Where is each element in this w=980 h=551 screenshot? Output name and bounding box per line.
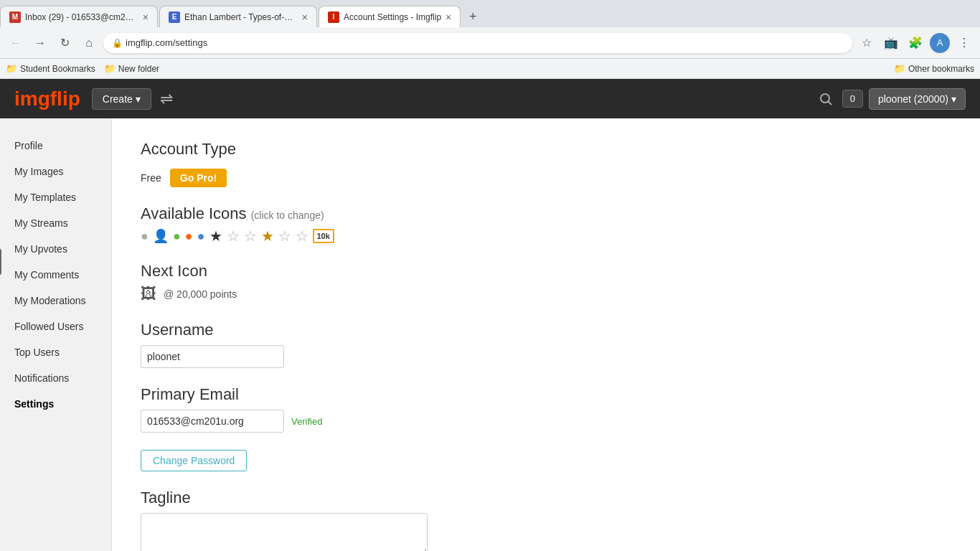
bookmark-new-folder-label: New folder xyxy=(118,64,159,74)
logo-flip: flip xyxy=(50,88,80,110)
next-icon-symbol: 🖼 xyxy=(141,285,156,303)
bookmarks-bar: 📁 Student Bookmarks 📁 New folder 📁 Other… xyxy=(0,59,980,79)
icon-star-empty-3[interactable]: ☆ xyxy=(278,227,291,245)
icon-star-empty-1[interactable]: ☆ xyxy=(227,227,240,245)
icon-star-orange[interactable]: ★ xyxy=(261,227,274,245)
home-button[interactable]: ⌂ xyxy=(79,33,99,53)
cast-button[interactable]: 📺 xyxy=(881,33,901,53)
sidebar-item-my-comments[interactable]: My Comments xyxy=(0,262,111,288)
logo-img: img xyxy=(14,88,50,110)
tab-ethan-close[interactable]: × xyxy=(302,11,308,23)
back-button[interactable]: ← xyxy=(6,33,26,53)
icon-star-empty-2[interactable]: ☆ xyxy=(244,227,257,245)
icon-gray-circle[interactable]: ● xyxy=(141,229,149,244)
email-title: Primary Email xyxy=(141,385,951,404)
email-row: Verified xyxy=(141,410,951,433)
icon-blue-circle[interactable]: ● xyxy=(197,229,205,244)
account-type-row: Free Go Pro! xyxy=(141,169,951,187)
tab-imgflip-title: Account Settings - Imgflip xyxy=(344,12,441,22)
menu-button[interactable]: ⋮ xyxy=(954,33,974,53)
next-icon-row: 🖼 @ 20,000 points xyxy=(141,285,951,303)
main-content: Account Type Free Go Pro! Available Icon… xyxy=(111,118,980,551)
folder-icon-other: 📁 xyxy=(894,63,905,74)
tab-gmail-close[interactable]: × xyxy=(143,11,149,23)
available-icons-section: Available Icons (click to change) ● 👤 ● … xyxy=(141,204,951,245)
sidebar-item-my-upvotes[interactable]: My Upvotes xyxy=(0,236,111,262)
next-icon-title: Next Icon xyxy=(141,262,951,281)
page-wrapper: imgflip Create ▾ ⇌ 0 ploonet (20000) ▾ P… xyxy=(0,79,980,551)
tagline-title: Tagline xyxy=(141,489,951,507)
bookmark-student-label: Student Bookmarks xyxy=(20,64,95,74)
tab-gmail-title: Inbox (29) - 016533@cm201u... xyxy=(25,12,138,22)
sidebar-item-top-users[interactable]: Top Users xyxy=(0,339,111,365)
bookmark-other-label: Other bookmarks xyxy=(908,64,974,74)
icon-orange-circle[interactable]: ● xyxy=(185,229,193,244)
change-password-button[interactable]: Change Password xyxy=(141,450,247,471)
sidebar-item-profile[interactable]: Profile xyxy=(0,133,111,159)
bookmark-other[interactable]: 📁 Other bookmarks xyxy=(894,63,974,74)
icon-star-empty-4[interactable]: ☆ xyxy=(296,227,308,245)
url-input[interactable]: 🔒 imgflip.com/settings xyxy=(103,33,852,53)
next-icon-section: Next Icon 🖼 @ 20,000 points xyxy=(141,262,951,303)
feedback-tab[interactable]: Feedback xyxy=(0,248,1,276)
sidebar-item-notifications[interactable]: Notifications xyxy=(0,365,111,391)
svg-line-1 xyxy=(828,101,831,105)
folder-icon-student: 📁 xyxy=(6,63,17,74)
email-section: Primary Email Verified xyxy=(141,385,951,433)
sidebar-item-my-streams[interactable]: My Streams xyxy=(0,210,111,236)
url-text: imgflip.com/settings xyxy=(126,37,207,48)
sidebar: Profile My Images My Templates My Stream… xyxy=(0,118,111,551)
site-logo[interactable]: imgflip xyxy=(14,88,80,110)
available-icons-title: Available Icons (click to change) xyxy=(141,204,951,223)
svg-point-0 xyxy=(821,94,829,103)
browser-tabs: M Inbox (29) - 016533@cm201u... × E Etha… xyxy=(0,0,980,27)
forward-button[interactable]: → xyxy=(30,33,50,53)
tab-imgflip-close[interactable]: × xyxy=(446,11,451,23)
content-area: Profile My Images My Templates My Stream… xyxy=(0,118,980,551)
new-tab-button[interactable]: + xyxy=(462,6,484,27)
tab-imgflip[interactable]: I Account Settings - Imgflip × xyxy=(319,6,461,27)
gmail-favicon: M xyxy=(9,11,21,23)
email-input[interactable] xyxy=(141,410,284,433)
username-input[interactable] xyxy=(141,345,284,368)
create-chevron-icon: ▾ xyxy=(136,93,141,105)
search-button[interactable] xyxy=(815,88,837,110)
user-menu-button[interactable]: ploonet (20000) ▾ xyxy=(869,88,966,110)
next-icon-points: @ 20,000 points xyxy=(164,288,237,300)
address-bar: ← → ↻ ⌂ 🔒 imgflip.com/settings ☆ 📺 🧩 A ⋮ xyxy=(0,27,980,59)
folder-icon-new: 📁 xyxy=(104,63,116,74)
ethan-favicon: E xyxy=(169,11,180,23)
icon-green-circle[interactable]: ● xyxy=(173,229,181,244)
tagline-input[interactable] xyxy=(141,513,428,551)
username-section: Username xyxy=(141,321,951,368)
icon-star-black[interactable]: ★ xyxy=(209,227,222,245)
sidebar-item-settings[interactable]: Settings xyxy=(0,391,111,417)
sidebar-item-followed-users[interactable]: Followed Users xyxy=(0,314,111,339)
create-button[interactable]: Create ▾ xyxy=(92,88,151,110)
tab-ethan[interactable]: E Ethan Lambert - Types-of-Confli... × xyxy=(159,6,317,27)
available-icons-sub: (click to change) xyxy=(251,209,324,221)
sidebar-item-my-templates[interactable]: My Templates xyxy=(0,184,111,210)
tab-ethan-title: Ethan Lambert - Types-of-Confli... xyxy=(184,12,298,22)
user-chevron-icon: ▾ xyxy=(951,93,956,105)
browser-chrome: M Inbox (29) - 016533@cm201u... × E Etha… xyxy=(0,0,980,79)
bookmark-student[interactable]: 📁 Student Bookmarks xyxy=(6,63,95,74)
icons-row: ● 👤 ● ● ● ★ ☆ ☆ ★ xyxy=(141,227,951,245)
tab-gmail[interactable]: M Inbox (29) - 016533@cm201u... × xyxy=(0,6,158,27)
bookmark-new-folder[interactable]: 📁 New folder xyxy=(104,63,159,74)
sidebar-item-my-images[interactable]: My Images xyxy=(0,159,111,184)
go-pro-button[interactable]: Go Pro! xyxy=(170,169,227,187)
account-type-title: Account Type xyxy=(141,140,951,159)
icon-person[interactable]: 👤 xyxy=(153,228,169,244)
username-title: Username xyxy=(141,321,951,339)
verified-badge: Verified xyxy=(291,416,322,427)
avatar-button[interactable]: A xyxy=(930,33,950,53)
icon-10k-badge[interactable]: 10k xyxy=(313,229,334,243)
extensions-button[interactable]: 🧩 xyxy=(905,33,925,53)
sidebar-item-my-moderations[interactable]: My Moderations xyxy=(0,288,111,314)
bookmark-star[interactable]: ☆ xyxy=(857,33,877,53)
reload-button[interactable]: ↻ xyxy=(55,33,75,53)
address-bar-actions: ☆ 📺 🧩 A ⋮ xyxy=(857,33,974,53)
tagline-section: Tagline xyxy=(141,489,951,551)
shuffle-icon[interactable]: ⇌ xyxy=(160,90,173,108)
